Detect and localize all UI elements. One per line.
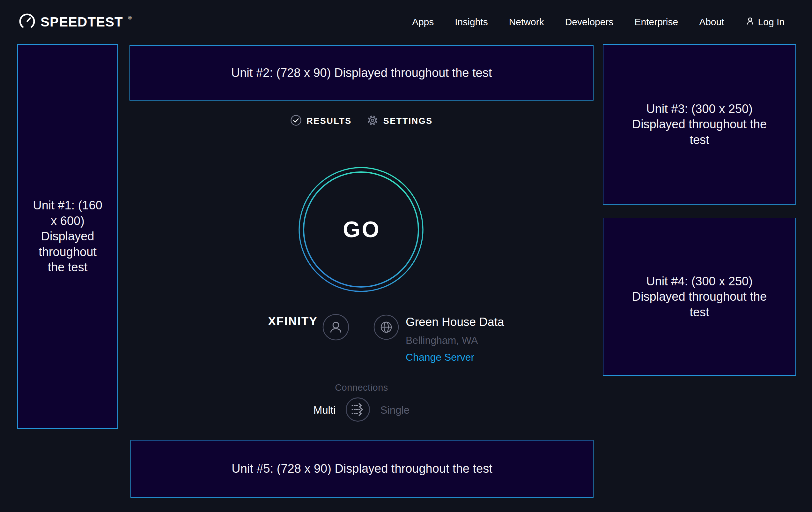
server-name: Green House Data — [406, 315, 504, 329]
speedtest-page: SPEEDTEST® Apps Insights Network Develop… — [0, 0, 812, 512]
nav-item-apps[interactable]: Apps — [412, 17, 434, 27]
user-icon — [745, 16, 755, 28]
globe-icon[interactable] — [374, 315, 399, 341]
ad-unit-1[interactable]: Unit #1: (160 x 600) Displayed throughou… — [17, 44, 118, 429]
login-button[interactable]: Log In — [745, 16, 785, 28]
connections-toggle-row: Multi Single — [129, 397, 593, 424]
top-nav-bar: SPEEDTEST® Apps Insights Network Develop… — [0, 0, 812, 44]
nav-item-developers[interactable]: Developers — [565, 17, 614, 27]
ad-unit-5-text: Unit #5: (728 x 90) Displayed throughout… — [232, 461, 492, 477]
server-info: Green House Data Bellingham, WA Change S… — [406, 315, 504, 363]
tab-results[interactable]: RESULTS — [290, 115, 352, 127]
ad-unit-4-text: Unit #4: (300 x 250) Displayed throughou… — [629, 274, 770, 320]
ad-unit-3[interactable]: Unit #3: (300 x 250) Displayed throughou… — [603, 44, 796, 205]
isp-name[interactable]: XFINITY — [204, 315, 318, 328]
gear-icon — [367, 114, 379, 128]
redacted-ip-address — [250, 333, 354, 344]
ad-unit-3-text: Unit #3: (300 x 250) Displayed throughou… — [629, 101, 770, 148]
tab-bar: RESULTS SETTINGS — [129, 114, 593, 128]
nav-item-about[interactable]: About — [699, 17, 724, 27]
login-label: Log In — [758, 17, 785, 27]
multi-connection-icon[interactable] — [345, 397, 371, 424]
brand-name: SPEEDTEST — [40, 15, 123, 30]
check-circle-icon — [290, 115, 302, 127]
nav-item-insights[interactable]: Insights — [455, 17, 488, 27]
nav-item-enterprise[interactable]: Enterprise — [634, 17, 678, 27]
connections-option-multi[interactable]: Multi — [314, 404, 336, 416]
go-button[interactable]: GO — [298, 167, 424, 292]
speedometer-icon — [18, 12, 36, 32]
ad-unit-2-text: Unit #2: (728 x 90) Displayed throughout… — [231, 65, 492, 81]
speedtest-logo[interactable]: SPEEDTEST® — [18, 12, 132, 32]
tab-settings[interactable]: SETTINGS — [367, 114, 433, 128]
server-location: Bellingham, WA — [406, 334, 504, 346]
ad-unit-5[interactable]: Unit #5: (728 x 90) Displayed throughout… — [130, 440, 593, 497]
change-server-link[interactable]: Change Server — [406, 351, 504, 363]
tab-settings-label: SETTINGS — [383, 116, 433, 126]
ad-unit-4[interactable]: Unit #4: (300 x 250) Displayed throughou… — [603, 218, 796, 376]
connections-heading: Connections — [129, 382, 593, 393]
go-label: GO — [298, 167, 424, 292]
tab-results-label: RESULTS — [307, 116, 352, 126]
trademark-symbol: ® — [128, 15, 132, 21]
ad-unit-1-text: Unit #1: (160 x 600) Displayed throughou… — [29, 197, 106, 275]
connections-option-single[interactable]: Single — [380, 404, 409, 416]
nav-menu: Apps Insights Network Developers Enterpr… — [412, 16, 785, 28]
nav-item-network[interactable]: Network — [509, 17, 544, 27]
ad-unit-2[interactable]: Unit #2: (728 x 90) Displayed throughout… — [129, 45, 593, 101]
